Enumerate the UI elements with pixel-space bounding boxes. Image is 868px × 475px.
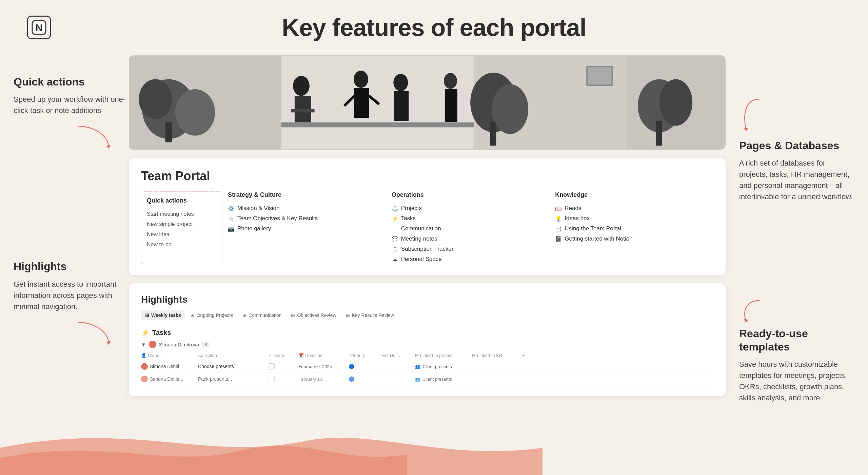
svg-point-20 <box>393 74 408 91</box>
row1-deadline: February 9, 2024 <box>298 364 346 369</box>
svg-marker-2 <box>106 145 111 149</box>
tab-objectives-review[interactable]: ⊞ Objectives Review <box>287 310 340 320</box>
ops-item-4[interactable]: 📋 Subscription Tracker <box>392 244 550 254</box>
tab-comm-icon: ⊞ <box>242 312 246 318</box>
row2-owner: Simona Dimitr... <box>141 376 195 382</box>
hero-image <box>129 55 726 150</box>
ops-item-0[interactable]: ⚓ Projects <box>392 203 550 213</box>
table-row: Simona Dimiti Choose presents February 9… <box>141 360 713 373</box>
row1-owner: Simona Dimiti <box>141 363 195 370</box>
ops-item-5[interactable]: ☁ Personal Space <box>392 254 550 264</box>
tab-weekly-tasks[interactable]: ⊞ Weekly tasks <box>141 310 185 320</box>
tab-communication[interactable]: ⊞ Communication <box>238 310 285 320</box>
row1-action: Choose presents <box>198 364 266 369</box>
know-icon-3: 📓 <box>555 236 562 242</box>
portal-preview: Team Portal Quick actions Start meeting … <box>129 55 726 424</box>
quick-action-item-3[interactable]: New idea <box>147 229 217 240</box>
portal-panel: Team Portal Quick actions Start meeting … <box>129 158 726 275</box>
strategy-item-1[interactable]: ☆ Team Objectives & Key Results <box>228 213 386 224</box>
operations-column: Operations ⚓ Projects ⚡ Tasks ↑ Communic… <box>392 191 550 264</box>
row2-priority: 🔵 <box>349 376 376 382</box>
svg-rect-21 <box>394 91 409 121</box>
left-annotations: Quick actions Speed up your workflow wit… <box>14 55 129 424</box>
col-deadline: 📅Deadline <box>298 353 346 358</box>
svg-rect-17 <box>354 88 369 118</box>
strategy-item-0[interactable]: ⚙️ Mission & Vision <box>228 203 386 213</box>
page-title: Key features of each portal <box>27 14 841 41</box>
col-add[interactable]: + <box>522 353 542 358</box>
tasks-section-title: ⚡ Tasks <box>141 328 713 337</box>
row2-deadline: February 10... <box>298 377 346 382</box>
strategy-column: Strategy & Culture ⚙️ Mission & Vision ☆… <box>228 191 386 264</box>
row1-priority: 🔵 <box>349 364 376 369</box>
svg-marker-33 <box>744 128 748 131</box>
group-count: 3 <box>202 342 210 347</box>
knowledge-heading: Knowledge <box>555 191 713 198</box>
quick-action-item-2[interactable]: New simple project <box>147 219 217 229</box>
know-item-0[interactable]: 📖 Reads <box>555 203 713 213</box>
ops-icon-3: 💬 <box>392 236 398 242</box>
row1-linked-project: 👥 Client presents <box>415 364 469 369</box>
row2-done[interactable] <box>269 376 296 382</box>
quick-action-item-1[interactable]: Start meeting notes <box>147 209 217 219</box>
know-icon-1: 💡 <box>555 215 562 222</box>
annotation-highlights-title: Highlights <box>14 260 129 273</box>
tab-ongoing-projects[interactable]: ⊞ Ongoing Projects <box>186 310 237 320</box>
tab-ongoing-icon: ⊞ <box>191 312 195 318</box>
ops-item-2[interactable]: ↑ Communication <box>392 224 550 234</box>
arrow-ready-templates <box>739 297 766 324</box>
col-action: AaAction <box>198 353 266 358</box>
table-header: 👤Owner AaAction ✓Done 📅Deadline !Priorit… <box>141 351 713 360</box>
quick-actions-heading: Quick actions <box>147 197 217 204</box>
ops-item-1[interactable]: ⚡ Tasks <box>392 213 550 224</box>
know-item-3[interactable]: 📓 Getting started with Notion <box>555 234 713 244</box>
strategy-icon-2: 📷 <box>228 226 235 232</box>
strategy-item-2[interactable]: 📷 Photo gallery <box>228 224 386 234</box>
know-icon-0: 📖 <box>555 205 562 212</box>
tab-obj-icon: ⊞ <box>291 312 295 318</box>
annotation-pages-title: Pages & Databases <box>739 139 854 152</box>
know-item-2[interactable]: 📑 Using the Team Portal <box>555 224 713 234</box>
col-est-dur: #Est.Dur... <box>378 353 412 358</box>
know-icon-2: 📑 <box>555 226 562 232</box>
tab-key-results-review[interactable]: ⊞ Key Results Review <box>342 310 398 320</box>
right-annotations: Pages & Databases A rich set of database… <box>726 55 854 424</box>
operations-heading: Operations <box>392 191 550 198</box>
annotation-templates-text: Save hours with customizable templates f… <box>739 359 854 403</box>
annotation-pages-text: A rich set of databases for projects, ta… <box>739 157 854 202</box>
know-item-1[interactable]: 💡 Ideas box <box>555 213 713 224</box>
svg-rect-26 <box>490 122 496 146</box>
row2-linked-project: 👥 Client presents <box>415 377 469 382</box>
highlights-panel: Highlights ⊞ Weekly tasks ⊞ Ongoing Proj… <box>129 283 726 396</box>
svg-text:N: N <box>36 22 42 33</box>
svg-rect-30 <box>656 121 662 146</box>
group-toggle-icon[interactable]: ▼ <box>141 342 146 347</box>
strategy-icon-0: ⚙️ <box>228 205 235 212</box>
annotation-quick-actions-text: Speed up your workflow with one-click ta… <box>14 94 129 116</box>
svg-rect-27 <box>281 122 474 128</box>
col-priority: !Priority <box>349 353 376 358</box>
quick-action-item-4[interactable]: New to-do <box>147 240 217 250</box>
ops-icon-4: 📋 <box>392 246 398 252</box>
svg-point-25 <box>492 84 529 134</box>
content-wrapper: Quick actions Speed up your workflow wit… <box>0 48 868 431</box>
highlights-tabs: ⊞ Weekly tasks ⊞ Ongoing Projects ⊞ Comm… <box>141 310 713 323</box>
svg-point-13 <box>293 76 310 96</box>
arrow-pages-databases <box>739 96 766 136</box>
svg-point-11 <box>175 89 215 136</box>
strategy-heading: Strategy & Culture <box>228 191 386 198</box>
tasks-icon: ⚡ <box>141 328 150 337</box>
ops-icon-0: ⚓ <box>392 205 398 212</box>
annotation-highlights-text: Get instant access to important informat… <box>14 279 129 312</box>
annotation-pages-databases: Pages & Databases A rich set of database… <box>739 96 854 202</box>
highlights-title: Highlights <box>141 294 713 305</box>
ops-item-3[interactable]: 💬 Meeting notes <box>392 234 550 244</box>
notion-logo: N <box>27 16 51 39</box>
row1-done[interactable] <box>269 363 296 369</box>
portal-title: Team Portal <box>141 169 713 183</box>
svg-marker-34 <box>744 319 748 323</box>
col-linked-project: ⊞Linked to project <box>415 353 469 358</box>
svg-marker-3 <box>106 341 111 345</box>
ops-icon-1: ⚡ <box>392 215 398 222</box>
svg-point-16 <box>354 71 368 88</box>
